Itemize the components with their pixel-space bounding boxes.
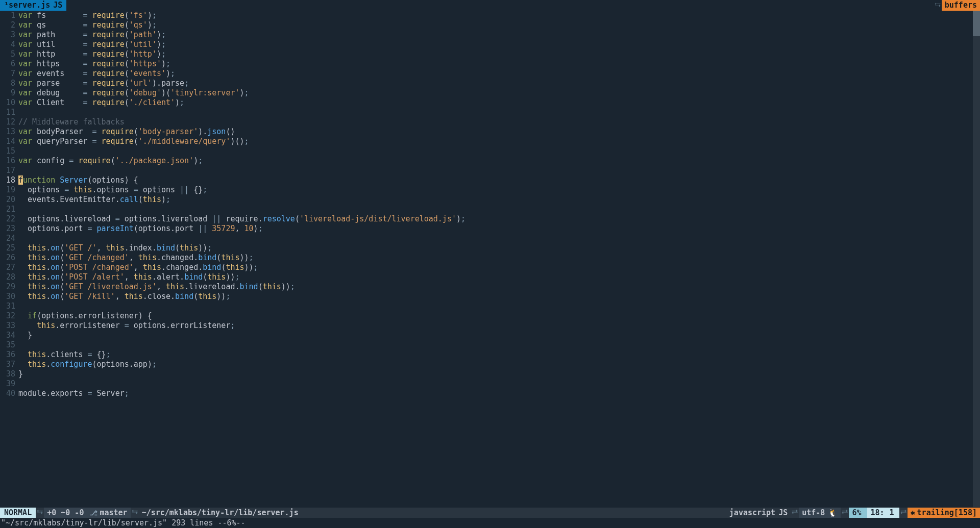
token-ident: options (92, 175, 125, 185)
git-branch: master (87, 508, 130, 518)
cursor-line: 18 (870, 508, 879, 518)
token-ident: .index. (125, 243, 157, 253)
code-line[interactable]: this.errorListener = options.errorListen… (18, 321, 980, 331)
token-paren: ( (258, 282, 263, 291)
code-line[interactable] (18, 340, 980, 350)
code-line[interactable]: this.on('POST /changed', this.changed.bi… (18, 263, 980, 272)
code-line[interactable]: this.on('GET /changed', this.changed.bin… (18, 253, 980, 263)
code-line[interactable]: this.clients = {}; (18, 350, 980, 360)
token-paren: ) (254, 224, 258, 233)
token-paren: ( (92, 360, 97, 369)
code-line[interactable]: var queryParser = require('./middleware/… (18, 137, 980, 146)
code-line[interactable]: events.EventEmitter.call(this); (18, 195, 980, 205)
code-line[interactable] (18, 146, 980, 156)
token-ident: , (157, 282, 166, 291)
token-call: bind (198, 253, 216, 262)
code-line[interactable]: var qs = require('qs'); (18, 20, 980, 30)
editor-area[interactable]: 1234567891011121314151617181920212223242… (0, 11, 980, 507)
token-ident (18, 350, 28, 359)
code-line[interactable]: options = this.options = options || {}; (18, 185, 980, 195)
code-line[interactable]: module.exports = Server; (18, 389, 980, 398)
token-builtin: require (92, 88, 125, 97)
code-line[interactable]: } (18, 331, 980, 340)
token-paren: ) (161, 59, 166, 68)
code-line[interactable] (18, 301, 980, 311)
token-ident: , (235, 224, 244, 233)
token-op: = (83, 88, 92, 97)
code-line[interactable]: this.on('GET /kill', this.close.bind(thi… (18, 292, 980, 301)
code-line[interactable]: var bodyParser = require('body-parser').… (18, 127, 980, 137)
code-line[interactable]: options.port = parseInt(options.port || … (18, 224, 980, 234)
code-line[interactable]: this.on('GET /', this.index.bind(this)); (18, 243, 980, 253)
pos-sep: : (880, 508, 885, 518)
token-ident: , (129, 253, 138, 262)
buffers-indicator[interactable]: buffers (942, 0, 980, 11)
token-ident: . (46, 243, 51, 253)
encoding: utf-8 (802, 508, 825, 518)
token-op: ; (184, 79, 189, 88)
code-line[interactable]: var debug = require('debug')('tinylr:ser… (18, 88, 980, 98)
active-tab[interactable]: ¹server.js JS (0, 0, 66, 11)
token-paren: ( (125, 11, 129, 20)
token-paren: ( (203, 272, 207, 282)
token-kw: if (28, 311, 37, 320)
line-number: 26 (0, 253, 15, 263)
token-paren: ) (166, 69, 170, 78)
line-number: 17 (0, 166, 15, 175)
code-line[interactable]: var https = require('https'); (18, 59, 980, 69)
line-number: 5 (0, 49, 15, 59)
code-line[interactable]: var events = require('events'); (18, 69, 980, 79)
token-paren: {} (97, 350, 106, 359)
token-ident: bodyParser (32, 127, 92, 136)
vertical-scrollbar[interactable] (973, 11, 980, 507)
code-line[interactable]: var fs = require('fs'); (18, 11, 980, 20)
token-thiskw: this (263, 282, 281, 291)
token-thiskw: this (198, 292, 216, 301)
code-line[interactable] (18, 234, 980, 243)
code-line[interactable]: var path = require('path'); (18, 30, 980, 40)
token-thiskw: this (28, 263, 46, 272)
token-call: bind (157, 243, 175, 253)
filetype-badge: JS (778, 508, 788, 518)
code-line[interactable]: var util = require('util'); (18, 40, 980, 49)
token-ident: Client (32, 98, 83, 107)
token-paren: ) (175, 98, 180, 107)
scrollbar-thumb[interactable] (973, 11, 980, 36)
code-line[interactable]: options.livereload = options.livereload … (18, 214, 980, 224)
token-paren: {} (193, 185, 203, 194)
code-line[interactable] (18, 166, 980, 175)
token-ident: .changed. (161, 263, 203, 272)
command-line[interactable]: "~/src/mklabs/tiny-lr/lib/server.js" 293… (0, 518, 980, 528)
token-paren: ( (111, 156, 115, 165)
code-line[interactable]: function Server(options) { (18, 175, 980, 185)
code-line[interactable] (18, 108, 980, 117)
code-line[interactable]: if(options.errorListener) { (18, 311, 980, 321)
token-op: ; (230, 321, 235, 330)
os-icon: 🐧 (828, 508, 838, 518)
code-line[interactable]: // Middleware fallbacks (18, 117, 980, 127)
token-op: ; (125, 389, 129, 398)
code-content[interactable]: var fs = require('fs');var qs = require(… (18, 11, 980, 507)
token-thiskw: this (37, 321, 55, 330)
token-paren: )) (198, 243, 207, 253)
token-ident: .clients (46, 350, 87, 359)
code-line[interactable]: var parse = require('url').parse; (18, 79, 980, 88)
token-paren: ( (37, 311, 41, 320)
token-op: ; (203, 185, 207, 194)
code-line[interactable] (18, 205, 980, 214)
token-ident: . (46, 292, 51, 301)
token-op: ; (161, 40, 166, 49)
code-line[interactable]: this.on('GET /livereload.js', this.liver… (18, 282, 980, 292)
code-line[interactable]: this.configure(options.app); (18, 360, 980, 369)
code-line[interactable]: var config = require('../package.json'); (18, 156, 980, 166)
code-line[interactable]: this.on('POST /alert', this.alert.bind(t… (18, 272, 980, 282)
token-op: || (198, 224, 212, 233)
token-builtin: require (92, 11, 125, 20)
token-paren: ) (198, 127, 203, 136)
code-line[interactable] (18, 379, 980, 389)
token-ident: Server (97, 389, 125, 398)
code-line[interactable]: var http = require('http'); (18, 49, 980, 59)
code-line[interactable]: } (18, 369, 980, 379)
line-number: 7 (0, 69, 15, 79)
code-line[interactable]: var Client = require('./client'); (18, 98, 980, 108)
